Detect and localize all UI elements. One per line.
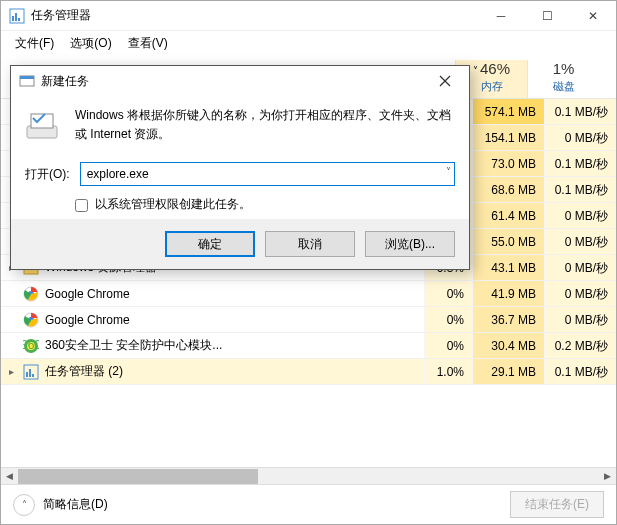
svg-rect-16 <box>32 374 34 377</box>
process-icon <box>23 286 39 302</box>
memory-cell: 68.6 MB <box>472 177 544 202</box>
svg-rect-14 <box>26 372 28 377</box>
menu-file[interactable]: 文件(F) <box>9 33 60 54</box>
scroll-right-icon[interactable]: ▶ <box>599 468 616 484</box>
expand-icon[interactable]: ▸ <box>5 366 17 377</box>
maximize-button[interactable]: ☐ <box>524 1 570 31</box>
memory-cell: 61.4 MB <box>472 203 544 228</box>
col-disk[interactable]: 1% 磁盘 <box>527 60 599 98</box>
process-name: Google Chrome <box>45 287 130 301</box>
disk-cell: 0 MB/秒 <box>544 203 616 228</box>
close-button[interactable]: ✕ <box>570 1 616 31</box>
table-row[interactable]: Google Chrome0%41.9 MB0 MB/秒 <box>1 281 616 307</box>
disk-cell: 0 MB/秒 <box>544 307 616 332</box>
process-icon <box>23 364 39 380</box>
disk-cell: 0 MB/秒 <box>544 229 616 254</box>
table-row[interactable]: ▸任务管理器 (2)1.0%29.1 MB0.1 MB/秒 <box>1 359 616 385</box>
svg-text:360: 360 <box>23 338 39 352</box>
end-task-button[interactable]: 结束任务(E) <box>510 491 604 518</box>
disk-cell: 0 MB/秒 <box>544 125 616 150</box>
menu-view[interactable]: 查看(V) <box>122 33 174 54</box>
table-row[interactable]: 360360安全卫士 安全防护中心模块...0%30.4 MB0.2 MB/秒 <box>1 333 616 359</box>
svg-rect-2 <box>15 13 17 21</box>
disk-cell: 0.1 MB/秒 <box>544 177 616 202</box>
disk-cell: 0.1 MB/秒 <box>544 359 616 384</box>
process-name: Google Chrome <box>45 313 130 327</box>
cpu-cell: 0% <box>424 333 472 358</box>
minimize-button[interactable]: ─ <box>478 1 524 31</box>
app-icon <box>9 8 25 24</box>
svg-rect-18 <box>20 76 34 79</box>
dialog-message: Windows 将根据你所键入的名称，为你打开相应的程序、文件夹、文档或 Int… <box>75 106 455 144</box>
dialog-close-button[interactable] <box>429 69 461 93</box>
svg-rect-1 <box>12 16 14 21</box>
chevron-up-icon[interactable]: ˄ <box>13 494 35 516</box>
process-name: 任务管理器 (2) <box>45 363 123 380</box>
run-icon <box>25 106 61 142</box>
window-title: 任务管理器 <box>31 7 478 24</box>
disk-cell: 0 MB/秒 <box>544 281 616 306</box>
menu-options[interactable]: 选项(O) <box>64 33 117 54</box>
titlebar[interactable]: 任务管理器 ─ ☐ ✕ <box>1 1 616 31</box>
memory-cell: 29.1 MB <box>472 359 544 384</box>
ok-button[interactable]: 确定 <box>165 231 255 257</box>
dialog-icon <box>19 73 35 89</box>
open-input[interactable] <box>80 162 455 186</box>
scroll-left-icon[interactable]: ◀ <box>1 468 18 484</box>
footer: ˄ 简略信息(D) 结束任务(E) <box>1 484 616 524</box>
memory-cell: 41.9 MB <box>472 281 544 306</box>
open-label: 打开(O): <box>25 166 70 183</box>
process-icon <box>23 312 39 328</box>
table-row[interactable]: Google Chrome0%36.7 MB0 MB/秒 <box>1 307 616 333</box>
dropdown-arrow-icon[interactable]: ˅ <box>446 166 451 177</box>
sort-arrow-icon: ˅ <box>473 65 478 76</box>
memory-cell: 154.1 MB <box>472 125 544 150</box>
cancel-button[interactable]: 取消 <box>265 231 355 257</box>
disk-cell: 0.1 MB/秒 <box>544 151 616 176</box>
cpu-cell: 0% <box>424 281 472 306</box>
process-name: 360安全卫士 安全防护中心模块... <box>45 337 222 354</box>
process-icon: 360 <box>23 338 39 354</box>
cpu-cell: 0% <box>424 307 472 332</box>
menubar: 文件(F) 选项(O) 查看(V) <box>1 31 616 55</box>
dialog-titlebar[interactable]: 新建任务 <box>11 66 469 96</box>
disk-cell: 0.1 MB/秒 <box>544 99 616 124</box>
admin-checkbox-label[interactable]: 以系统管理权限创建此任务。 <box>75 197 251 211</box>
browse-button[interactable]: 浏览(B)... <box>365 231 455 257</box>
svg-rect-3 <box>18 18 20 21</box>
memory-cell: 73.0 MB <box>472 151 544 176</box>
horizontal-scrollbar[interactable]: ◀ ▶ <box>1 467 616 484</box>
brief-info-link[interactable]: 简略信息(D) <box>43 496 108 513</box>
run-dialog: 新建任务 Windows 将根据你所键入的名称，为你打开相应的程序、文件夹、文档… <box>10 65 470 270</box>
scrollbar-thumb[interactable] <box>18 469 258 484</box>
memory-cell: 55.0 MB <box>472 229 544 254</box>
disk-cell: 0.2 MB/秒 <box>544 333 616 358</box>
memory-cell: 574.1 MB <box>472 99 544 124</box>
disk-cell: 0 MB/秒 <box>544 255 616 280</box>
memory-cell: 43.1 MB <box>472 255 544 280</box>
memory-cell: 36.7 MB <box>472 307 544 332</box>
svg-rect-15 <box>29 369 31 377</box>
memory-cell: 30.4 MB <box>472 333 544 358</box>
cpu-cell: 1.0% <box>424 359 472 384</box>
admin-checkbox[interactable] <box>75 199 88 212</box>
dialog-title: 新建任务 <box>41 73 429 90</box>
